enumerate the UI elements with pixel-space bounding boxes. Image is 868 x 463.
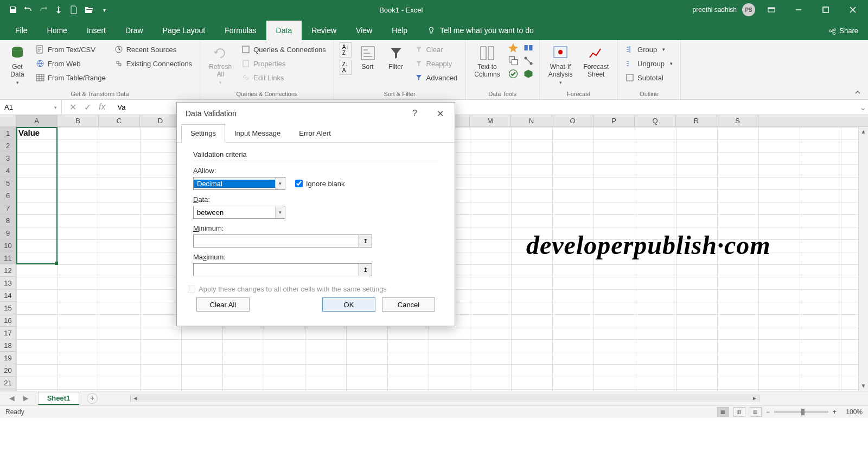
sheet-tab[interactable]: Sheet1 [38, 392, 80, 405]
cancel-formula-icon[interactable]: ✕ [69, 102, 76, 112]
row-header[interactable]: 15 [0, 302, 16, 314]
refresh-all-button[interactable]: Refresh All ▾ [206, 42, 235, 87]
recent-sources-button[interactable]: Recent Sources [112, 42, 194, 56]
name-box[interactable]: A1 ▾ [0, 100, 62, 115]
edit-links-button[interactable]: Edit Links [239, 71, 328, 85]
scroll-up-button[interactable]: ▲ [859, 127, 868, 137]
sort-asc-button[interactable]: A↓Z [340, 42, 352, 58]
clear-all-button[interactable]: Clear All [196, 297, 250, 312]
maximum-input[interactable] [194, 264, 359, 276]
tab-help[interactable]: Help [382, 21, 417, 40]
flash-fill-button[interactable] [508, 42, 519, 53]
row-header[interactable]: 4 [0, 164, 16, 177]
data-validation-button[interactable] [508, 68, 519, 79]
dialog-help-button[interactable]: ? [410, 106, 419, 121]
redo-icon[interactable] [38, 4, 49, 15]
ribbon-display-icon[interactable] [761, 2, 782, 17]
advanced-filter-button[interactable]: Advanced [412, 71, 460, 85]
fx-icon[interactable]: fx [99, 102, 105, 112]
close-button[interactable] [842, 2, 864, 17]
zoom-out-button[interactable]: − [766, 408, 770, 416]
row-header[interactable]: 7 [0, 202, 16, 214]
row-header[interactable]: 20 [0, 364, 16, 377]
select-all-corner[interactable] [0, 115, 16, 126]
get-data-button[interactable]: Get Data ▾ [5, 42, 29, 87]
user-name[interactable]: preethi sadhish [693, 6, 737, 14]
chevron-down-icon[interactable]: ▾ [275, 206, 285, 218]
row-header[interactable]: 19 [0, 352, 16, 364]
clear-filter-button[interactable]: Clear [412, 42, 460, 56]
from-table-range-button[interactable]: From Table/Range [34, 71, 108, 85]
row-header[interactable]: 5 [0, 177, 16, 189]
maximize-button[interactable] [815, 2, 837, 17]
zoom-level[interactable]: 100% [841, 408, 863, 416]
remove-duplicates-button[interactable] [508, 55, 519, 66]
open-icon[interactable] [84, 4, 94, 15]
range-selector-button[interactable]: ↥ [359, 235, 372, 247]
tab-settings[interactable]: Settings [181, 124, 225, 143]
horizontal-scrollbar[interactable]: ◄ ► [130, 395, 760, 402]
new-file-icon[interactable] [68, 4, 79, 15]
row-header[interactable]: 10 [0, 239, 16, 252]
col-header[interactable]: D [140, 115, 181, 126]
col-header[interactable]: M [470, 115, 511, 126]
tab-data[interactable]: Data [266, 21, 302, 40]
page-layout-view-button[interactable]: ▥ [733, 407, 745, 417]
row-header[interactable]: 8 [0, 214, 16, 227]
filter-button[interactable]: Filter [384, 42, 408, 73]
qat-customize-icon[interactable]: ▾ [99, 4, 110, 15]
row-header[interactable]: 13 [0, 277, 16, 289]
chevron-down-icon[interactable]: ▾ [275, 177, 285, 189]
normal-view-button[interactable]: ▦ [717, 407, 729, 417]
properties-button[interactable]: Properties [239, 56, 328, 71]
touch-mode-icon[interactable] [53, 4, 64, 15]
tab-page-layout[interactable]: Page Layout [153, 21, 215, 40]
row-header[interactable]: 6 [0, 189, 16, 202]
cell-a1[interactable]: Value [16, 127, 58, 139]
row-header[interactable]: 17 [0, 327, 16, 339]
ungroup-button[interactable]: Ungroup▾ [623, 56, 675, 71]
text-to-columns-button[interactable]: Text to Columns [471, 42, 503, 81]
expand-formula-bar-button[interactable]: ⌄ [857, 102, 868, 112]
collapse-ribbon-button[interactable] [847, 85, 868, 99]
allow-dropdown[interactable]: Decimal ▾ [193, 177, 285, 190]
group-button[interactable]: Group▾ [623, 42, 675, 56]
existing-connections-button[interactable]: Existing Connections [112, 56, 194, 71]
row-header[interactable]: 3 [0, 152, 16, 164]
what-if-button[interactable]: What-If Analysis ▾ [545, 42, 576, 87]
reapply-button[interactable]: Reapply [412, 56, 460, 71]
from-text-csv-button[interactable]: From Text/CSV [34, 42, 108, 56]
row-header[interactable]: 9 [0, 227, 16, 239]
queries-connections-button[interactable]: Queries & Connections [239, 42, 328, 56]
page-break-view-button[interactable]: ▤ [750, 407, 762, 417]
tab-input-message[interactable]: Input Message [225, 124, 290, 142]
row-header[interactable]: 16 [0, 314, 16, 327]
dialog-titlebar[interactable]: Data Validation ? ✕ [177, 103, 455, 124]
tab-error-alert[interactable]: Error Alert [290, 124, 340, 142]
tell-me-search[interactable]: Tell me what you want to do [417, 21, 544, 40]
ok-button[interactable]: OK [322, 297, 375, 312]
tab-home[interactable]: Home [37, 21, 77, 40]
row-header[interactable]: 1 [0, 127, 16, 139]
user-avatar[interactable]: PS [742, 3, 755, 16]
scroll-left-button[interactable]: ◄ [131, 395, 139, 401]
tab-file[interactable]: File [5, 21, 37, 40]
col-header[interactable]: B [58, 115, 99, 126]
forecast-sheet-button[interactable]: Forecast Sheet [580, 42, 612, 81]
col-header[interactable]: C [99, 115, 140, 126]
tab-formulas[interactable]: Formulas [215, 21, 266, 40]
zoom-slider[interactable] [774, 411, 828, 413]
col-header[interactable]: R [676, 115, 717, 126]
ignore-blank-checkbox[interactable]: Ignore blank [295, 180, 345, 188]
subtotal-button[interactable]: Subtotal [623, 71, 675, 85]
minimum-input[interactable] [194, 235, 359, 247]
tab-view[interactable]: View [346, 21, 382, 40]
save-icon[interactable] [8, 4, 18, 15]
dialog-close-button[interactable]: ✕ [435, 106, 446, 121]
row-header[interactable]: 21 [0, 377, 16, 389]
scroll-down-button[interactable]: ▼ [859, 381, 868, 391]
undo-icon[interactable] [23, 4, 34, 15]
tab-review[interactable]: Review [302, 21, 346, 40]
col-header[interactable]: O [552, 115, 593, 126]
row-header[interactable]: 14 [0, 289, 16, 302]
